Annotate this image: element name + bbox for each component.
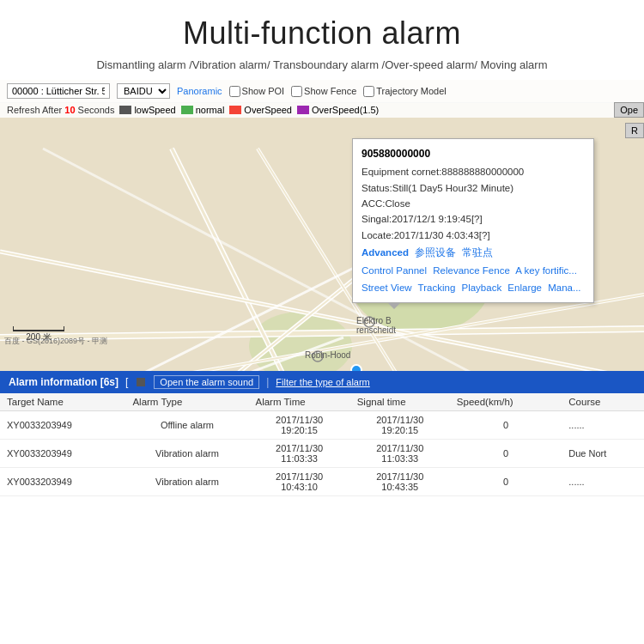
alarm-bracket-open: [ (125, 376, 128, 388)
alarm-title: Alarm information [6s] (9, 376, 118, 388)
normal-speed-badge: normal (181, 105, 225, 115)
popup-canzhao-link[interactable]: 参照设备 (415, 247, 456, 258)
alarm-section: Alarm information [6s] [ Open the alarm … (0, 371, 644, 496)
page-title: Multi-function alarm (17, 15, 627, 52)
trajectory-checkbox[interactable] (363, 86, 374, 97)
show-poi-checkbox[interactable] (229, 86, 240, 97)
trajectory-checkbox-label[interactable]: Trajectory Model (363, 86, 447, 97)
cell-target: XY0033203949 (0, 468, 125, 496)
popup-changzhu-link[interactable]: 常驻点 (462, 247, 493, 258)
over15-speed-badge: OverSpeed(1.5) (297, 105, 379, 115)
cell-speed: 0 (450, 468, 562, 496)
popup-locate: Locate:2017/11/30 4:03:43[?] (361, 228, 585, 243)
show-poi-checkbox-label[interactable]: Show POI (229, 86, 285, 97)
popup-advanced-link[interactable]: Advanced (361, 247, 409, 258)
cell-alarm-type: Vibration alarm (125, 468, 248, 496)
map-toolbar: BAIDU Panoramic Show POI Show Fence Traj… (0, 80, 644, 103)
alarm-header: Alarm information [6s] [ Open the alarm … (0, 371, 644, 393)
cell-alarm-type: Vibration alarm (125, 440, 248, 468)
address-input[interactable] (7, 83, 110, 99)
popup-links-row1: Advanced 参照设备 常驻点 (361, 245, 585, 260)
col-course: Course (562, 393, 644, 411)
col-signal-time: Signal time (350, 393, 450, 411)
alarm-table-header-row: Target Name Alarm Type Alarm Time Signal… (0, 393, 644, 411)
popup-streetview-link[interactable]: Street View (361, 283, 412, 293)
info-popup: 905880000000 Equipment cornet:8888888800… (352, 138, 594, 303)
popup-status: Status:Still(1 Day5 Hour32 Minute) (361, 180, 585, 196)
popup-enlarge-link[interactable]: Enlarge (507, 283, 542, 293)
alarm-sound-button[interactable]: Open the alarm sound (154, 375, 259, 389)
table-row: XY0033203949 Vibration alarm 2017/11/301… (0, 468, 644, 496)
header-section: Multi-function alarm Dismantling alarm /… (0, 0, 644, 80)
r-button[interactable]: R (625, 123, 644, 138)
cell-speed: 0 (450, 411, 562, 440)
popup-tracking-link[interactable]: Tracking (418, 283, 456, 293)
low-speed-badge: lowSpeed (119, 105, 175, 115)
over-speed-color (229, 106, 241, 114)
popup-signal: Singal:2017/12/1 9:19:45[?] (361, 211, 585, 227)
cell-speed: 0 (450, 440, 562, 468)
cell-alarm-time: 2017/11/3010:43:10 (249, 468, 350, 496)
cell-signal-time: 2017/11/3011:03:33 (350, 440, 450, 468)
cell-course: ...... (562, 411, 644, 440)
cell-signal-time: 2017/11/3010:43:35 (350, 468, 450, 496)
show-fence-checkbox[interactable] (291, 86, 302, 97)
alarm-table: Target Name Alarm Type Alarm Time Signal… (0, 393, 644, 496)
popup-device-id: 905880000000 (361, 146, 585, 162)
panoramic-link[interactable]: Panoramic (177, 86, 222, 96)
refresh-label: Refresh After 10 Seconds (7, 105, 114, 115)
open-button[interactable]: Ope (614, 102, 644, 118)
show-fence-checkbox-label[interactable]: Show Fence (291, 86, 356, 97)
popup-links-row3: Street View Tracking Playback Enlarge Ma… (361, 280, 585, 295)
popup-relevance-link[interactable]: Relevance Fence (433, 265, 510, 276)
over-speed-badge: OverSpeed (229, 105, 292, 115)
place-elektro: Elektro Brenscheidt (356, 316, 396, 335)
map-toolbar2: Refresh After 10 Seconds lowSpeed normal… (0, 102, 644, 118)
over15-speed-color (297, 106, 309, 114)
normal-speed-color (181, 106, 193, 114)
alarm-separator: | (266, 376, 269, 388)
col-alarm-time: Alarm Time (249, 393, 350, 411)
cell-signal-time: 2017/11/3019:20:15 (350, 411, 450, 440)
cell-target: XY0033203949 (0, 411, 125, 440)
col-speed: Speed(km/h) (450, 393, 562, 411)
cell-alarm-time: 2017/11/3011:03:33 (249, 440, 350, 468)
low-speed-color (119, 106, 131, 114)
popup-manage-link[interactable]: Mana... (548, 283, 580, 293)
popup-equipment: Equipment cornet:888888880000000 (361, 164, 585, 179)
alarm-filter-button[interactable]: Filter the type of alarm (276, 377, 369, 387)
map-copyright: 百度 - GS(2016)2089号 - 甲测 (0, 334, 112, 349)
col-target-name: Target Name (0, 393, 125, 411)
cell-course: Due Nort (562, 440, 644, 468)
cell-alarm-type: Offline alarm (125, 411, 248, 440)
map-provider-select[interactable]: BAIDU (117, 83, 170, 99)
cell-course: ...... (562, 468, 644, 496)
refresh-seconds: 10 (64, 105, 75, 115)
popup-fortific-link[interactable]: A key fortific... (515, 265, 577, 276)
table-row: XY0033203949 Offline alarm 2017/11/3019:… (0, 411, 644, 440)
cell-target: XY0033203949 (0, 440, 125, 468)
alarm-checkbox-icon (137, 378, 145, 386)
col-alarm-type: Alarm Type (125, 393, 248, 411)
table-row: XY0033203949 Vibration alarm 2017/11/301… (0, 440, 644, 468)
map-container: BAIDU Panoramic Show POI Show Fence Traj… (0, 80, 644, 496)
popup-playback-link[interactable]: Playback (461, 283, 501, 293)
page-subtitle: Dismantling alarm /Vibration alarm/ Tran… (17, 58, 627, 71)
cell-alarm-time: 2017/11/3019:20:15 (249, 411, 350, 440)
place-robinhood: Robin-Hood (305, 350, 350, 360)
popup-acc: ACC:Close (361, 196, 585, 211)
popup-links-row2: Control Pannel Relevance Fence A key for… (361, 263, 585, 278)
popup-control-link[interactable]: Control Pannel (361, 265, 427, 276)
